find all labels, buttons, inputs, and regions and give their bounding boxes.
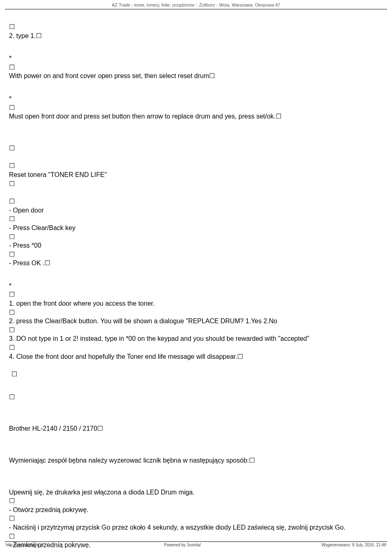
placeholder-box-icon: ☐ [9,63,15,72]
placeholder-box-icon: ☐ [9,250,15,259]
placeholder-box-icon: ☐ [9,290,15,299]
body-text: Wymieniając zespół bębna należy wyzerowa… [9,456,383,465]
placeholder-box-icon: ☐ [9,393,15,402]
placeholder-box-icon: ☐ [9,497,15,506]
footer-timestamp: Wygenerowano: 9 July, 2016, 21:48 [321,543,386,547]
page-footer: http://www.aztrade.pl Powered by Joomla!… [0,541,392,547]
body-text: 3. DO not type in 1 or 2! instead, type … [9,334,383,343]
placeholder-box-icon: ☐ [9,103,15,112]
body-text: Reset tonera "TONER END LIFE" [9,170,383,179]
placeholder-box-icon: ☐ [9,514,15,523]
body-text: 1. open the front door where you access … [9,299,383,308]
placeholder-box-icon: ☐ [9,233,15,242]
body-text: * [9,282,383,291]
body-text: - Otwórz przednią pokrywę. [9,506,383,514]
placeholder-box-icon: ☐ [9,22,15,31]
body-text: 2. type 1.☐ [9,31,383,40]
placeholder-box-icon: ☐ [9,308,15,317]
placeholder-box-icon: ☐ [9,326,15,335]
placeholder-box-icon: ☐ [9,532,15,541]
placeholder-box-icon: ☐ [9,197,15,206]
page-header-title: AZ Trade - toner, tonery, folie, urządze… [0,0,392,9]
body-text: - Press Clear/Back key [9,224,383,233]
placeholder-box-icon: ☐ [9,161,15,170]
footer-url: http://www.aztrade.pl [6,543,44,547]
body-text: * [9,94,383,103]
placeholder-box-icon: ☐ [9,215,15,224]
body-text: - Open door [9,206,383,215]
footer-divider [5,541,387,542]
body-text: 4. Close the front door and hopefully th… [9,352,383,361]
placeholder-box-icon: ☐ [9,343,15,352]
body-text: - Naciśnij i przytrzymaj przycisk Go prz… [9,523,383,532]
body-text: - Press OK .☐ [9,259,383,268]
footer-powered-by: Powered by Joomla! [164,543,201,547]
document-body: ☐ 2. type 1.☐ * ☐ With power on and fron… [0,9,392,548]
body-text: Brother HL-2140 / 2150 / 2170☐ [9,424,383,433]
placeholder-box-icon: ☐ [11,370,17,379]
placeholder-box-icon: ☐ [9,179,15,188]
body-text: With power on and front cover open press… [9,72,383,81]
placeholder-box-icon: ☐ [9,144,15,153]
body-text: Must open front door and press set butto… [9,112,383,121]
body-text: - Press *00 [9,241,383,250]
body-text: * [9,54,383,63]
body-text: Upewnij się, że drukarka jest włączona a… [9,488,383,497]
body-text: 2. press the Clear/Back button. You will… [9,317,383,326]
